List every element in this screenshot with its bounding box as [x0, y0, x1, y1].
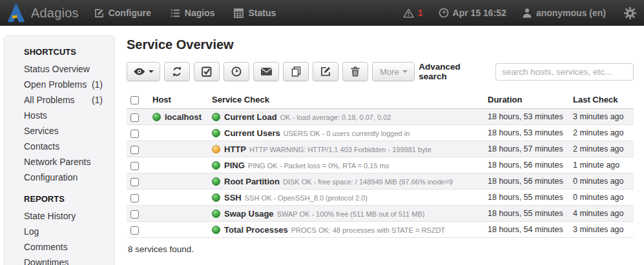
envelope-icon — [261, 68, 272, 75]
sidebar-section-reports: REPORTS State HistoryLogCommentsDowntime… — [24, 194, 103, 265]
service-status-text: SWAP OK - 100% free (511 MB out of 511 M… — [277, 210, 425, 218]
sidebar-item-log[interactable]: Log — [24, 224, 103, 239]
service-link[interactable]: Current Load — [224, 112, 277, 122]
sidebar-item-hosts[interactable]: Hosts — [24, 108, 103, 123]
sidebar-section-title: SHORTCUTS — [24, 47, 103, 57]
user-menu[interactable]: anonymous (en) — [522, 8, 606, 18]
sidebar-item-label: Configuration — [24, 170, 78, 185]
sidebar-item-label: Status Overview — [24, 61, 90, 77]
user-icon — [522, 8, 532, 18]
sidebar-item-status-overview[interactable]: Status Overview — [24, 61, 103, 77]
row-checkbox[interactable] — [130, 146, 139, 154]
table-row: Total ProcessesPROCS OK: 48 processes wi… — [127, 222, 634, 238]
sidebar-item-contacts[interactable]: Contacts — [24, 139, 103, 154]
duration-cell: 18 hours, 55 minutes — [484, 206, 569, 222]
column-duration: Duration — [484, 92, 569, 109]
row-checkbox[interactable] — [130, 226, 139, 235]
check-square-icon — [202, 66, 212, 77]
schedule-downtime-button[interactable] — [223, 62, 249, 81]
last-check-cell: 0 minutes ago — [569, 190, 634, 206]
last-check-cell: 1 minute ago — [569, 157, 634, 173]
sidebar-item-services[interactable]: Services — [24, 123, 103, 139]
search-input[interactable] — [495, 63, 634, 81]
sidebar-item-label: Log — [24, 224, 39, 239]
service-status-icon — [212, 210, 220, 218]
service-table-body: localhost Current LoadOK - load average:… — [127, 109, 634, 238]
row-checkbox[interactable] — [130, 194, 139, 202]
duration-cell: 18 hours, 54 minutes — [484, 222, 569, 238]
brand[interactable]: Adagios — [8, 3, 79, 23]
list-icon — [171, 8, 180, 18]
row-checkbox[interactable] — [130, 162, 139, 170]
sidebar-item-label: Services — [24, 123, 59, 139]
service-link[interactable]: PING — [224, 161, 245, 170]
refresh-button[interactable] — [164, 62, 190, 81]
sidebar-item-network-parents[interactable]: Network Parents — [24, 154, 103, 170]
menu-status[interactable]: Status — [234, 8, 276, 18]
edit-button[interactable] — [313, 62, 338, 81]
refresh-icon — [172, 66, 182, 77]
advanced-search-label: Advanced search — [419, 62, 490, 81]
row-checkbox[interactable] — [130, 178, 139, 186]
datetime-display: Apr 15 16:52 — [439, 8, 506, 18]
more-button[interactable]: More — [372, 62, 415, 81]
table-row: PINGPING OK - Packet loss = 0%, RTA = 0.… — [127, 157, 634, 173]
menu-nagios[interactable]: Nagios — [171, 8, 215, 18]
sidebar: SHORTCUTS Status OverviewOpen Problems(1… — [4, 35, 115, 265]
last-check-cell: 3 minutes ago — [569, 109, 634, 125]
view-options-button[interactable] — [127, 62, 160, 81]
row-checkbox[interactable] — [130, 210, 139, 219]
last-check-cell: 2 minutes ago — [569, 141, 634, 157]
sidebar-item-count: (1) — [92, 92, 103, 108]
delete-button[interactable] — [342, 62, 368, 81]
sidebar-item-state-history[interactable]: State History — [24, 208, 103, 224]
sidebar-item-label: Network Parents — [24, 154, 90, 170]
service-link[interactable]: Current Users — [224, 128, 280, 138]
sidebar-item-label: Open Problems — [24, 77, 87, 92]
row-checkbox[interactable] — [130, 113, 139, 122]
clock-icon — [231, 66, 242, 77]
sidebar-list-shortcuts: Status OverviewOpen Problems(1)All Probl… — [24, 61, 103, 185]
service-status-text: HTTP WARNING: HTTP/1.1 403 Forbidden - 1… — [249, 146, 431, 153]
sidebar-item-count: (1) — [92, 77, 103, 92]
warning-triangle-icon — [403, 8, 414, 18]
sidebar-item-downtimes[interactable]: Downtimes — [24, 255, 103, 265]
column-last-check: Last Check — [569, 92, 634, 109]
problems-indicator[interactable]: 1 — [403, 8, 423, 18]
menu-configure[interactable]: Configure — [94, 8, 151, 18]
sidebar-item-all-problems[interactable]: All Problems(1) — [24, 92, 103, 108]
service-link[interactable]: HTTP — [224, 144, 246, 154]
service-link[interactable]: Swap Usage — [224, 209, 274, 219]
last-check-cell: 0 minutes ago — [569, 173, 634, 190]
caret-down-icon — [149, 70, 154, 73]
settings-button[interactable] — [624, 7, 636, 19]
service-link[interactable]: SSH — [224, 193, 242, 202]
acknowledge-button[interactable] — [194, 62, 220, 81]
table-row: Current UsersUSERS OK - 0 users currentl… — [127, 125, 634, 141]
action-toolbar: More Advanced search — [127, 62, 634, 81]
host-link[interactable]: localhost — [165, 112, 202, 122]
service-status-text: PING OK - Packet loss = 0%, RTA = 0.15 m… — [248, 162, 389, 170]
sidebar-list-reports: State HistoryLogCommentsDowntimes — [24, 208, 103, 265]
row-checkbox[interactable] — [130, 130, 139, 138]
sidebar-item-label: Downtimes — [24, 255, 68, 265]
sidebar-item-open-problems[interactable]: Open Problems(1) — [24, 77, 103, 92]
copy-button[interactable] — [283, 62, 309, 81]
sidebar-item-configuration[interactable]: Configuration — [24, 170, 103, 185]
last-check-cell: 2 minutes ago — [569, 125, 634, 141]
duration-cell: 18 hours, 56 minutes — [484, 157, 569, 173]
service-link[interactable]: Root Partition — [224, 177, 280, 186]
table-row: Root PartitionDISK OK - free space: / 14… — [127, 173, 634, 190]
service-link[interactable]: Total Processes — [224, 225, 288, 235]
edit-square-icon — [320, 66, 331, 77]
sidebar-item-comments[interactable]: Comments — [24, 239, 103, 255]
service-status-icon — [212, 193, 220, 202]
sidebar-item-label: State History — [24, 208, 76, 224]
duration-cell: 18 hours, 53 minutes — [484, 109, 569, 125]
copy-icon — [291, 66, 301, 77]
table-row: localhost Current LoadOK - load average:… — [127, 109, 634, 125]
main-content: Service Overview — [127, 37, 634, 254]
adagios-logo-icon — [8, 3, 25, 23]
select-all-checkbox[interactable] — [130, 96, 139, 104]
send-notification-button[interactable] — [253, 62, 279, 81]
